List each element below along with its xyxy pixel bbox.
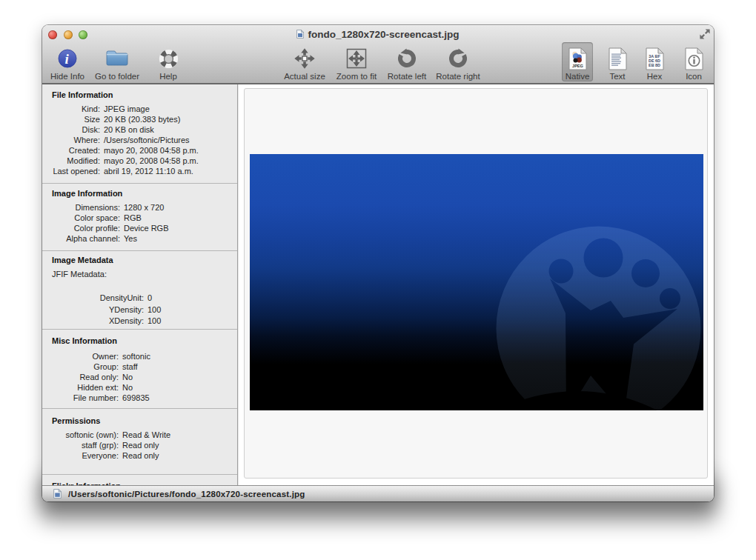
svg-text:i: i xyxy=(65,51,70,67)
svg-text:JPEG: JPEG xyxy=(572,64,583,68)
svg-text:EB 8D: EB 8D xyxy=(649,63,660,67)
